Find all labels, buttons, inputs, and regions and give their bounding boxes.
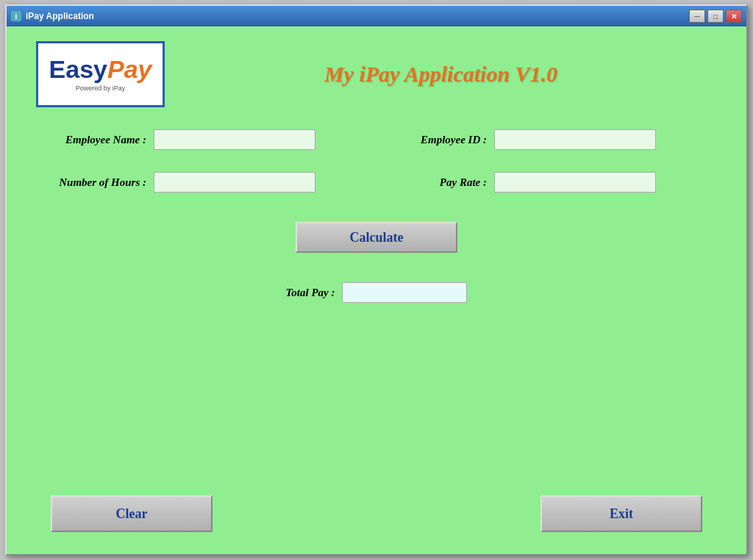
employee-name-label: Employee Name : [36, 134, 154, 146]
group-hours: Number of Hours : [36, 172, 376, 193]
group-employee-id: Employee ID : [376, 129, 717, 150]
total-row: Total Pay : [36, 282, 717, 303]
main-window: i iPay Application ─ □ ✕ Easy Pay Powere… [5, 4, 748, 556]
logo-box: Easy Pay Powered by iPay [36, 41, 165, 107]
clear-button[interactable]: Clear [51, 495, 213, 532]
restore-button[interactable]: □ [707, 10, 724, 23]
total-pay-label: Total Pay : [286, 287, 335, 299]
logo-easy: Easy [49, 57, 107, 82]
app-icon: i [11, 11, 21, 21]
logo-row: Easy Pay [49, 57, 152, 82]
hours-input[interactable] [154, 172, 315, 193]
title-bar-left: i iPay Application [11, 11, 94, 21]
app-title: My iPay Application V1.0 [165, 62, 717, 87]
logo-pay: Pay [107, 57, 152, 82]
form-area: Employee Name : Employee ID : Number of … [36, 129, 717, 484]
minimize-button[interactable]: ─ [689, 10, 705, 23]
row-hours-rate: Number of Hours : Pay Rate : [36, 172, 717, 193]
calculate-button[interactable]: Calculate [296, 222, 457, 253]
employee-id-input[interactable] [494, 129, 656, 150]
title-bar: i iPay Application ─ □ ✕ [7, 6, 746, 26]
row-employee: Employee Name : Employee ID : [36, 129, 717, 150]
header-area: Easy Pay Powered by iPay My iPay Applica… [36, 41, 717, 107]
hours-label: Number of Hours : [36, 176, 154, 189]
employee-id-label: Employee ID : [376, 134, 494, 146]
close-button[interactable]: ✕ [726, 10, 742, 23]
exit-button[interactable]: Exit [540, 495, 702, 532]
bottom-buttons: Clear Exit [36, 484, 717, 539]
content-area: Easy Pay Powered by iPay My iPay Applica… [7, 26, 746, 554]
group-employee-name: Employee Name : [36, 129, 376, 150]
calculate-row: Calculate [36, 222, 717, 253]
employee-name-input[interactable] [154, 129, 315, 150]
window-title: iPay Application [26, 11, 94, 21]
pay-rate-label: Pay Rate : [376, 176, 494, 189]
group-pay-rate: Pay Rate : [376, 172, 717, 193]
title-bar-buttons: ─ □ ✕ [689, 10, 742, 23]
total-pay-input[interactable] [342, 282, 467, 303]
logo-powered-text: Powered by iPay [76, 85, 126, 92]
pay-rate-input[interactable] [494, 172, 656, 193]
